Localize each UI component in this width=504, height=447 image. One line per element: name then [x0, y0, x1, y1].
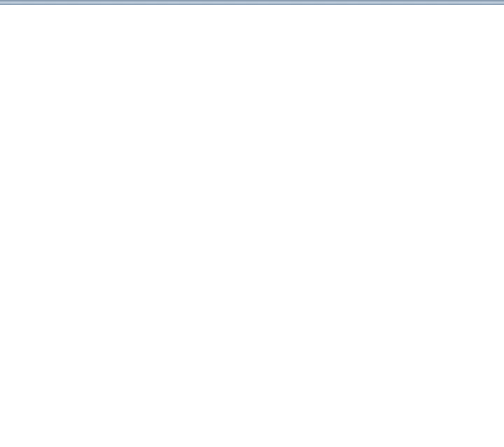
wiring-diagram-canvas[interactable] [0, 0, 504, 447]
wiring-diagram-page [0, 0, 504, 447]
